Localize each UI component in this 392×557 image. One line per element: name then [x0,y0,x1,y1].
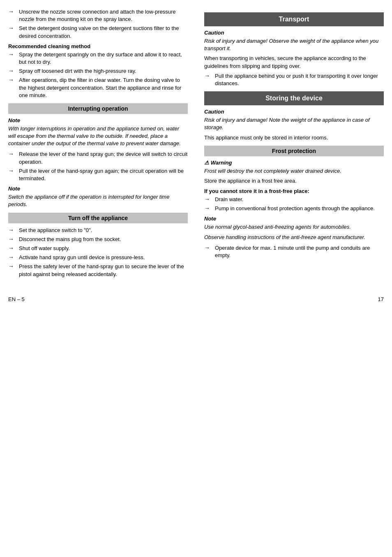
turnoff-bullet1-text: Set the appliance switch to "0". [19,227,188,234]
frost-header: Frost protection [204,146,384,156]
note-label: Note [8,117,188,123]
transport-text: When transporting in vehicles, secure th… [204,55,384,70]
arrow-icon: → [204,196,212,202]
arrow-icon: → [8,236,16,242]
storing-caution-label: Caution [204,109,384,115]
arrow-icon: → [8,25,16,31]
bullet2-text: Set the detergent dosing valve on the de… [19,25,188,39]
transport-caution-italic: Risk of injury and damage! Observe the w… [204,37,384,52]
cleaning-bullet2-text: Spray off loosened dirt with the high-pr… [19,67,188,75]
list-item: → Spray off loosened dirt with the high-… [8,67,188,75]
turnoff-bullet3-text: Shut off water supply. [19,245,188,252]
frost-italic: Frost will destroy the not completely wa… [204,167,384,175]
right-column: Transport Caution Risk of injury and dam… [200,8,384,280]
arrow-icon: → [204,72,212,79]
list-item: → Unscrew the nozzle screw connection an… [8,8,188,23]
arrow-icon: → [8,8,16,15]
arrow-icon: → [8,77,16,83]
interrupting-note: With longer interruptions in operation a… [8,125,188,148]
footer-right: 17 [378,296,384,302]
arrow-icon: → [8,167,16,174]
arrow-icon: → [204,244,212,251]
frost-note-italic2: Observe handling instructions of the ant… [204,234,384,241]
list-item: → Set the detergent dosing valve on the … [8,25,188,39]
cleaning-method-header: Recommended cleaning method [8,43,188,49]
note2-text: Switch the appliance off if the operatio… [8,193,188,208]
frost-note-italic1: Use normal glycol-based anti-freezing ag… [204,223,384,231]
int-bullet2-text: Pull the lever of the hand-spray gun aga… [19,167,188,182]
list-item: → Pull the lever of the hand-spray gun a… [8,167,188,182]
list-item: → Spray the detergent sparingly on the d… [8,51,188,66]
list-item: → Shut off water supply. [8,245,188,252]
left-column: → Unscrew the nozzle screw connection an… [8,8,192,280]
frost-warning-label: ⚠ Warning [204,160,384,166]
list-item: → Release the lever of the hand spray gu… [8,151,188,165]
list-item: → Disconnect the mains plug from the soc… [8,236,188,243]
footer-left: EN – 5 [8,296,25,302]
arrow-icon: → [8,151,16,157]
list-item: → Press the safety lever of the hand-spr… [8,263,188,278]
arrow-icon: → [8,67,16,74]
transport-bullet-text: Pull the appliance behind you or push it… [215,72,384,87]
turnoff-bullet2-text: Disconnect the mains plug from the socke… [19,236,188,243]
list-item: → Pull the appliance behind you or push … [204,72,384,87]
page-container: → Unscrew the nozzle screw connection an… [8,8,384,280]
bullet1-text: Unscrew the nozzle screw connection and … [19,8,188,23]
interrupting-header: Interrupting operation [8,103,188,114]
storing-text: This appliance must only be stored in in… [204,134,384,142]
page-footer: EN – 5 17 [8,292,384,302]
turnoff-bullet5-text: Press the safety lever of the hand-spray… [19,263,188,278]
storing-header: Storing the device [204,91,384,105]
arrow-icon: → [8,245,16,251]
transport-caution-label: Caution [204,30,384,36]
frost-sub-header: If you cannot store it in a frost-free p… [204,188,384,194]
turnoff-header: Turn off the appliance [8,213,188,223]
frost-bullet2-text: Pump in conventional frost protection ag… [215,205,384,212]
turnoff-bullet4-text: Activate hand spray gun until device is … [19,254,188,261]
list-item: → Set the appliance switch to "0". [8,227,188,234]
list-item: → Drain water. [204,196,384,203]
list-item: → Operate device for max. 1 minute until… [204,244,384,259]
arrow-icon: → [8,227,16,233]
frost-bullet3-text: Operate device for max. 1 minute until t… [215,244,384,259]
int-bullet1-text: Release the lever of the hand spray gun;… [19,151,188,165]
frost-bullet1-text: Drain water. [215,196,384,203]
cleaning-bullet1-text: Spray the detergent sparingly on the dry… [19,51,188,66]
arrow-icon: → [8,254,16,260]
arrow-icon: → [204,205,212,211]
list-item: → Pump in conventional frost protection … [204,205,384,212]
cleaning-bullet3-text: After operations, dip the filter in clea… [19,77,188,99]
warning-triangle-icon: ⚠ [204,160,209,166]
arrow-icon: → [8,263,16,269]
list-item: → After operations, dip the filter in cl… [8,77,188,99]
list-item: → Activate hand spray gun until device i… [8,254,188,261]
transport-header: Transport [204,12,384,26]
frost-note-label: Note [204,216,384,222]
frost-text: Store the appliance in a frost free area… [204,177,384,185]
arrow-icon: → [8,51,16,58]
storing-caution-italic: Risk of injury and damage! Note the weig… [204,116,384,131]
note2-label: Note [8,186,188,192]
